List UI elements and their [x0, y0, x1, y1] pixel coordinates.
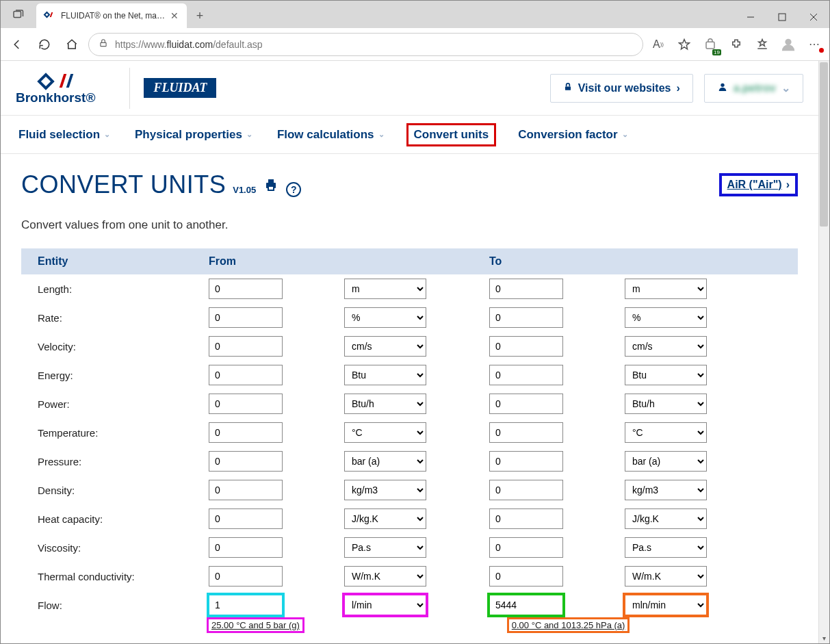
from-value-input[interactable] — [209, 365, 283, 385]
scroll-down-icon[interactable]: ▾ — [818, 632, 829, 643]
to-value-input[interactable] — [489, 365, 563, 385]
brand-logo[interactable]: Bronkhorst® — [16, 71, 95, 105]
to-value-input[interactable] — [489, 595, 563, 615]
favorites-list-icon[interactable] — [753, 35, 772, 54]
table-row: Temperature:°C°C — [21, 418, 798, 447]
from-unit-select[interactable]: l/min — [344, 595, 426, 615]
to-unit-select[interactable]: W/m.K — [625, 566, 707, 587]
from-unit-select[interactable]: m — [344, 279, 426, 299]
home-button[interactable] — [61, 34, 83, 55]
table-row: Velocity:cm/scm/s — [21, 332, 798, 361]
to-unit-select[interactable]: J/kg.K — [625, 508, 707, 529]
svg-rect-0 — [14, 12, 21, 18]
user-menu-button[interactable]: a.petrov ⌄ — [704, 74, 803, 103]
favorite-icon[interactable] — [675, 35, 694, 54]
to-value-input[interactable] — [489, 566, 563, 587]
scrollbar-thumb[interactable] — [820, 62, 828, 227]
to-value-input[interactable] — [489, 279, 563, 299]
help-icon[interactable]: ? — [286, 182, 301, 197]
svg-rect-9 — [565, 86, 571, 90]
back-button[interactable] — [6, 34, 28, 55]
tab-title: FLUIDAT® on the Net, mass flow — [61, 11, 165, 21]
to-unit-select[interactable]: bar (a) — [625, 451, 707, 472]
to-value-input[interactable] — [489, 422, 563, 443]
window-minimize-button[interactable] — [735, 6, 766, 28]
from-value-input[interactable] — [209, 422, 283, 443]
chevron-down-icon: ⌄ — [622, 130, 628, 139]
to-value-input[interactable] — [489, 508, 563, 529]
from-value-input[interactable] — [209, 480, 283, 500]
nav-item-fluid-selection[interactable]: Fluid selection⌄ — [16, 124, 113, 146]
window-maximize-button[interactable] — [766, 6, 798, 28]
from-conditions-link[interactable]: 25.00 °C and 5 bar (g) — [209, 619, 302, 631]
tab-close-icon[interactable]: ✕ — [170, 10, 179, 21]
new-tab-button[interactable]: + — [190, 5, 210, 26]
from-unit-select[interactable]: J/kg.K — [344, 508, 426, 529]
from-value-input[interactable] — [209, 508, 283, 529]
from-value-input[interactable] — [209, 537, 283, 558]
from-value-input[interactable] — [209, 394, 283, 414]
tabs-button[interactable] — [1, 1, 35, 28]
entity-label: Velocity: — [38, 341, 209, 352]
to-value-input[interactable] — [489, 480, 563, 500]
scrollbar[interactable]: ▾ — [818, 61, 829, 643]
svg-rect-12 — [268, 179, 274, 183]
entity-label: Thermal conductivity: — [38, 571, 209, 582]
to-unit-select[interactable]: % — [625, 307, 707, 328]
chevron-down-icon: ⌄ — [246, 130, 252, 139]
to-value-input[interactable] — [489, 394, 563, 414]
browser-tab[interactable]: FLUIDAT® on the Net, mass flow ✕ — [36, 3, 187, 28]
fluidat-badge: FLUIDAT — [144, 78, 216, 98]
to-unit-select[interactable]: °C — [625, 422, 707, 443]
url-input[interactable]: https://www.fluidat.com/default.asp — [88, 33, 643, 56]
chevron-down-icon: ⌄ — [378, 130, 385, 139]
entity-label: Viscosity: — [38, 542, 209, 554]
shopping-icon[interactable]: 19 — [701, 35, 720, 54]
refresh-button[interactable] — [34, 34, 55, 55]
from-value-input[interactable] — [209, 566, 283, 587]
from-unit-select[interactable]: Btu/h — [344, 394, 426, 414]
from-value-input[interactable] — [209, 336, 283, 357]
to-unit-select[interactable]: Pa.s — [625, 537, 707, 558]
extensions-icon[interactable] — [727, 35, 746, 54]
nav-item-flow-calculations[interactable]: Flow calculations⌄ — [274, 124, 387, 146]
visit-websites-button[interactable]: Visit our websites › — [550, 74, 693, 103]
from-value-input[interactable] — [209, 595, 283, 615]
from-value-input[interactable] — [209, 307, 283, 328]
to-unit-select[interactable]: Btu/h — [625, 394, 707, 414]
from-unit-select[interactable]: % — [344, 307, 426, 328]
from-unit-select[interactable]: cm/s — [344, 336, 426, 357]
from-value-input[interactable] — [209, 451, 283, 472]
profile-icon[interactable] — [779, 35, 798, 54]
nav-item-conversion-factor[interactable]: Conversion factor⌄ — [515, 124, 630, 146]
to-unit-select[interactable]: Btu — [625, 365, 707, 385]
window-close-button[interactable] — [798, 6, 829, 28]
to-unit-select[interactable]: mln/min — [625, 595, 707, 615]
from-unit-select[interactable]: Pa.s — [344, 537, 426, 558]
to-unit-select[interactable]: m — [625, 279, 707, 299]
read-aloud-icon[interactable]: A)) — [649, 35, 668, 54]
to-conditions-link[interactable]: 0.00 °C and 1013.25 hPa (a) — [509, 619, 628, 631]
from-unit-select[interactable]: kg/m3 — [344, 480, 426, 500]
from-unit-select[interactable]: °C — [344, 422, 426, 443]
col-entity: Entity — [38, 255, 209, 268]
from-value-input[interactable] — [209, 279, 283, 299]
lock-icon — [563, 82, 573, 94]
to-unit-select[interactable]: kg/m3 — [625, 480, 707, 500]
titlebar: FLUIDAT® on the Net, mass flow ✕ + — [1, 1, 829, 28]
from-unit-select[interactable]: bar (a) — [344, 451, 426, 472]
from-unit-select[interactable]: Btu — [344, 365, 426, 385]
nav-item-convert-units[interactable]: Convert units — [406, 123, 497, 146]
to-value-input[interactable] — [489, 451, 563, 472]
to-unit-select[interactable]: cm/s — [625, 336, 707, 357]
fluid-selection-link[interactable]: AiR ("Air") › — [719, 173, 798, 196]
to-value-input[interactable] — [489, 537, 563, 558]
chevron-right-icon: › — [786, 179, 790, 191]
to-value-input[interactable] — [489, 307, 563, 328]
more-menu-icon[interactable]: ⋯ — [805, 35, 824, 54]
from-unit-select[interactable]: W/m.K — [344, 566, 426, 587]
print-icon[interactable] — [263, 177, 279, 197]
entity-label: Energy: — [38, 370, 209, 381]
to-value-input[interactable] — [489, 336, 563, 357]
nav-item-physical-properties[interactable]: Physical properties⌄ — [132, 124, 255, 146]
